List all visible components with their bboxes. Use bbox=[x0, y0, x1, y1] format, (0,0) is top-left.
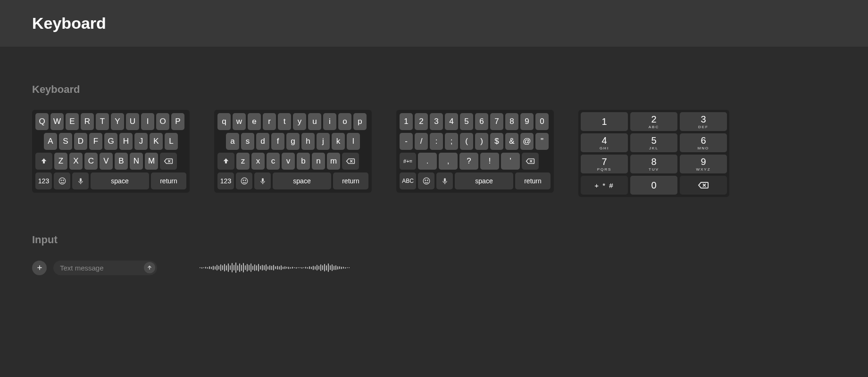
key-z[interactable]: z bbox=[236, 153, 250, 170]
key-E[interactable]: E bbox=[66, 113, 79, 130]
key-n[interactable]: n bbox=[312, 153, 325, 170]
key-M[interactable]: M bbox=[145, 153, 158, 170]
key-X[interactable]: X bbox=[69, 153, 83, 170]
key-S[interactable]: S bbox=[59, 133, 72, 150]
key-([interactable]: ( bbox=[460, 133, 473, 150]
return-key[interactable]: return bbox=[151, 172, 186, 189]
backspace-key[interactable] bbox=[522, 153, 539, 170]
key-B[interactable]: B bbox=[115, 153, 128, 170]
key-u[interactable]: u bbox=[308, 113, 321, 130]
key-8[interactable]: 8 bbox=[505, 113, 518, 130]
key-j[interactable]: j bbox=[317, 133, 330, 150]
key-7[interactable]: 7 bbox=[490, 113, 503, 130]
send-button[interactable] bbox=[144, 262, 155, 273]
key-x[interactable]: x bbox=[251, 153, 265, 170]
key-$[interactable]: $ bbox=[490, 133, 503, 150]
key-y[interactable]: y bbox=[293, 113, 306, 130]
key-g[interactable]: g bbox=[286, 133, 300, 150]
key-2[interactable]: 2 bbox=[415, 113, 428, 130]
numpad-key-2[interactable]: 2ABC bbox=[630, 112, 677, 131]
key-![interactable]: ! bbox=[480, 153, 499, 170]
key-w[interactable]: w bbox=[233, 113, 246, 130]
mode-key-abc[interactable]: ABC bbox=[400, 172, 416, 189]
shift-key[interactable] bbox=[35, 153, 52, 170]
key-l[interactable]: l bbox=[347, 133, 360, 150]
key-t[interactable]: t bbox=[278, 113, 291, 130]
key-.[interactable]: . bbox=[418, 153, 437, 170]
key-,[interactable]: , bbox=[439, 153, 458, 170]
mode-key-123[interactable]: 123 bbox=[217, 172, 234, 189]
mode-key-123[interactable]: 123 bbox=[35, 172, 52, 189]
key--[interactable]: - bbox=[400, 133, 413, 150]
key-9[interactable]: 9 bbox=[520, 113, 534, 130]
key-@[interactable]: @ bbox=[520, 133, 534, 150]
space-key[interactable]: space bbox=[273, 172, 331, 189]
key-"[interactable]: " bbox=[535, 133, 549, 150]
emoji-key[interactable] bbox=[54, 172, 70, 189]
numpad-key-3[interactable]: 3DEF bbox=[680, 112, 727, 131]
key-4[interactable]: 4 bbox=[445, 113, 458, 130]
key-3[interactable]: 3 bbox=[430, 113, 443, 130]
key-5[interactable]: 5 bbox=[460, 113, 473, 130]
numpad-key-7[interactable]: 7PQRS bbox=[581, 155, 628, 173]
key-1[interactable]: 1 bbox=[400, 113, 413, 130]
key-U[interactable]: U bbox=[126, 113, 139, 130]
mode-key-symbols[interactable]: #+= bbox=[400, 153, 416, 170]
numpad-key-4[interactable]: 4GHI bbox=[581, 133, 628, 152]
key-e[interactable]: e bbox=[248, 113, 261, 130]
numpad-key-1[interactable]: 1 bbox=[581, 112, 628, 131]
mic-key[interactable] bbox=[72, 172, 89, 189]
return-key[interactable]: return bbox=[515, 172, 551, 189]
key-C[interactable]: C bbox=[84, 153, 98, 170]
key-h[interactable]: h bbox=[301, 133, 315, 150]
key-r[interactable]: r bbox=[263, 113, 276, 130]
key-G[interactable]: G bbox=[104, 133, 117, 150]
key-Y[interactable]: Y bbox=[111, 113, 124, 130]
backspace-key[interactable] bbox=[342, 153, 359, 170]
mic-key[interactable] bbox=[254, 172, 271, 189]
key-T[interactable]: T bbox=[96, 113, 109, 130]
shift-key[interactable] bbox=[217, 153, 234, 170]
add-button[interactable] bbox=[32, 261, 47, 275]
key-:[interactable]: : bbox=[430, 133, 443, 150]
key-Q[interactable]: Q bbox=[35, 113, 49, 130]
key-W[interactable]: W bbox=[50, 113, 64, 130]
key-o[interactable]: o bbox=[338, 113, 351, 130]
key-K[interactable]: K bbox=[150, 133, 163, 150]
key-a[interactable]: a bbox=[226, 133, 239, 150]
key-D[interactable]: D bbox=[74, 133, 87, 150]
key-L[interactable]: L bbox=[165, 133, 178, 150]
backspace-key[interactable] bbox=[160, 153, 177, 170]
key-Z[interactable]: Z bbox=[54, 153, 67, 170]
key-H[interactable]: H bbox=[119, 133, 133, 150]
key-I[interactable]: I bbox=[141, 113, 154, 130]
numpad-key-9[interactable]: 9WXYZ bbox=[680, 155, 727, 173]
key-b[interactable]: b bbox=[297, 153, 310, 170]
key-d[interactable]: d bbox=[256, 133, 269, 150]
space-key[interactable]: space bbox=[455, 172, 513, 189]
key-i[interactable]: i bbox=[323, 113, 336, 130]
key-O[interactable]: O bbox=[156, 113, 169, 130]
emoji-key[interactable] bbox=[418, 172, 434, 189]
numpad-key-symbols[interactable]: + * # bbox=[581, 176, 628, 195]
key-q[interactable]: q bbox=[217, 113, 231, 130]
key-m[interactable]: m bbox=[327, 153, 340, 170]
key-/[interactable]: / bbox=[415, 133, 428, 150]
space-key[interactable]: space bbox=[91, 172, 149, 189]
key-V[interactable]: V bbox=[100, 153, 113, 170]
message-field[interactable]: Text message bbox=[53, 261, 157, 275]
key-P[interactable]: P bbox=[171, 113, 184, 130]
key-k[interactable]: k bbox=[332, 133, 345, 150]
key-J[interactable]: J bbox=[134, 133, 148, 150]
key-;[interactable]: ; bbox=[445, 133, 458, 150]
key-?[interactable]: ? bbox=[459, 153, 478, 170]
key-f[interactable]: f bbox=[271, 133, 284, 150]
key-v[interactable]: v bbox=[282, 153, 295, 170]
numpad-backspace-key[interactable] bbox=[680, 176, 727, 195]
key-'[interactable]: ' bbox=[501, 153, 520, 170]
key-c[interactable]: c bbox=[267, 153, 280, 170]
key-s[interactable]: s bbox=[241, 133, 254, 150]
mic-key[interactable] bbox=[436, 172, 453, 189]
numpad-key-0[interactable]: 0 bbox=[630, 176, 677, 195]
numpad-key-8[interactable]: 8TUV bbox=[630, 155, 677, 173]
